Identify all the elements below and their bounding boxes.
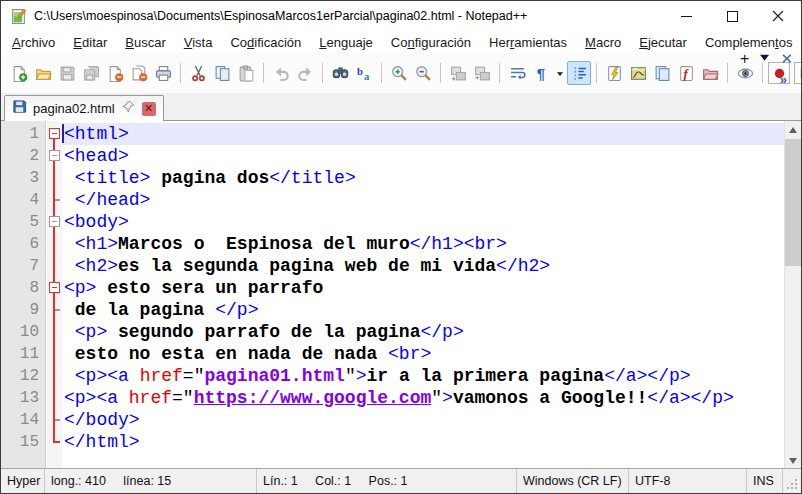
- cut-icon[interactable]: [186, 61, 210, 85]
- code-line-12: 12 <p><a href="pagina01.html">ir a la pr…: [1, 365, 784, 387]
- maximize-button[interactable]: [709, 1, 755, 31]
- close-tab-icon[interactable]: ✕: [142, 102, 156, 116]
- line-number: 7: [1, 257, 39, 275]
- scroll-down-arrow-icon[interactable]: [789, 458, 797, 464]
- paste-icon[interactable]: [234, 61, 258, 85]
- document-list-icon[interactable]: [650, 61, 674, 85]
- menu-editar[interactable]: Editar: [64, 33, 116, 52]
- zoom-out-icon[interactable]: [411, 61, 435, 85]
- line-number: 15: [1, 433, 39, 451]
- line-number: 13: [1, 389, 39, 407]
- find-icon[interactable]: [328, 61, 352, 85]
- scrollbar-thumb[interactable]: [785, 139, 801, 266]
- sync-scroll-vertical-icon[interactable]: [446, 61, 470, 85]
- menu-macro[interactable]: Macro: [576, 33, 630, 52]
- saved-floppy-icon: [12, 99, 27, 118]
- macro-stop-icon[interactable]: [794, 62, 802, 84]
- scroll-up-arrow-icon[interactable]: [789, 127, 797, 133]
- line-number: 5: [1, 213, 39, 231]
- menu-ejecutar[interactable]: Ejecutar: [630, 33, 696, 52]
- status-length: long.: 410 línea: 15: [45, 469, 257, 493]
- line-number: 4: [1, 191, 39, 209]
- close-button[interactable]: [755, 1, 801, 31]
- tab-label: pagina02.html: [33, 101, 115, 116]
- user-defined-dialog-icon[interactable]: [602, 61, 626, 85]
- line-number: 9: [1, 301, 39, 319]
- pin-tab-icon[interactable]: [121, 99, 136, 118]
- code-line-6: 6 <h1>Marcos o Espinosa del muro</h1><br…: [1, 233, 784, 255]
- text-caret: [62, 124, 64, 143]
- line-number: 14: [1, 411, 39, 429]
- code-text: <p><a href="https://www.google.com">vamo…: [64, 388, 734, 409]
- menu-archivo[interactable]: Archivo: [3, 33, 64, 52]
- menu-codificacin[interactable]: Codificación: [221, 33, 310, 52]
- code-text: </head>: [64, 190, 150, 211]
- line-number: 6: [1, 235, 39, 253]
- tab-bar: pagina02.html ✕: [1, 93, 801, 121]
- code-editor[interactable]: 1<html>2<head>3 <title> pagina dos</titl…: [1, 121, 801, 470]
- menu-configuracin[interactable]: Configuración: [382, 33, 480, 52]
- code-line-15: 15</html>: [1, 431, 784, 453]
- line-number: 3: [1, 169, 39, 187]
- resize-grip[interactable]: [783, 469, 801, 493]
- tab-list-button[interactable]: [758, 51, 771, 67]
- close-all-icon[interactable]: [127, 61, 151, 85]
- close-file-icon[interactable]: [103, 61, 127, 85]
- zoom-in-icon[interactable]: [387, 61, 411, 85]
- status-encoding: UTF-8: [629, 469, 747, 493]
- code-text: esto no esta en nada de nada <br>: [64, 344, 431, 365]
- line-number: 11: [1, 345, 39, 363]
- function-list-icon[interactable]: f: [674, 61, 698, 85]
- svg-text:b: b: [357, 65, 363, 76]
- minimize-button[interactable]: [663, 1, 709, 31]
- toolbar-separator: [322, 63, 323, 83]
- toolbar-overflow-chevron-icon[interactable]: »: [780, 72, 787, 87]
- replace-icon[interactable]: ba: [352, 61, 376, 85]
- window-title: C:\Users\moespinosa\Documents\EspinosaMa…: [34, 9, 663, 23]
- sync-scroll-horizontal-icon[interactable]: [470, 61, 494, 85]
- tab-pagina02[interactable]: pagina02.html ✕: [4, 95, 164, 121]
- svg-text:¶: ¶: [536, 65, 544, 81]
- status-bar: Hyperlong.: 410 línea: 15Lín.: 1 Col.: 1…: [1, 468, 801, 493]
- toolbar-separator: [440, 63, 441, 83]
- code-line-10: 10 <p> segundo parrafo de la pagina</p>: [1, 321, 784, 343]
- toolbar-separator: [263, 63, 264, 83]
- new-tab-button[interactable]: +: [740, 51, 749, 67]
- word-wrap-icon[interactable]: [505, 61, 529, 85]
- folder-as-workspace-icon[interactable]: [698, 61, 722, 85]
- status-eol: Windows (CR LF): [517, 469, 629, 493]
- menu-herramientas[interactable]: Herramientas: [480, 33, 576, 52]
- code-text: <head>: [64, 146, 129, 167]
- document-map-icon[interactable]: [626, 61, 650, 85]
- new-file-icon[interactable]: [7, 61, 31, 85]
- print-icon[interactable]: [151, 61, 175, 85]
- vertical-scrollbar[interactable]: [784, 121, 801, 470]
- fold-collapse-icon[interactable]: [49, 282, 60, 293]
- menu-vista[interactable]: Vista: [175, 33, 222, 52]
- redo-icon[interactable]: [293, 61, 317, 85]
- save-file-icon[interactable]: [55, 61, 79, 85]
- open-file-icon[interactable]: [31, 61, 55, 85]
- menu-lenguaje[interactable]: Lenguaje: [310, 33, 382, 52]
- code-line-5: 5<body>: [1, 211, 784, 233]
- menu-complementos[interactable]: Complementos: [696, 33, 801, 52]
- code-line-11: 11 esto no esta en nada de nada <br>: [1, 343, 784, 365]
- menu-buscar[interactable]: Buscar: [116, 33, 174, 52]
- status-cursor: Lín.: 1 Col.: 1 Pos.: 1: [257, 469, 517, 493]
- notepad-window: C:\Users\moespinosa\Documents\EspinosaMa…: [0, 0, 802, 494]
- fold-collapse-icon[interactable]: [49, 128, 60, 139]
- indent-guide-icon[interactable]: [567, 61, 591, 85]
- fold-collapse-icon[interactable]: [49, 216, 60, 227]
- code-text: <p> esto sera un parrafo: [64, 278, 323, 299]
- code-line-1: 1<html>: [1, 123, 784, 145]
- show-all-characters-icon[interactable]: ¶: [529, 61, 553, 85]
- line-number: 1: [1, 125, 39, 143]
- close-tab-corner-button[interactable]: ✕: [780, 51, 793, 67]
- fold-collapse-icon[interactable]: [49, 150, 60, 161]
- save-all-icon[interactable]: [79, 61, 103, 85]
- status-doctype: Hyper: [1, 469, 45, 493]
- fold-end-tick: [55, 309, 60, 311]
- show-symbol-dropdown-icon[interactable]: [553, 61, 567, 85]
- undo-icon[interactable]: [269, 61, 293, 85]
- copy-icon[interactable]: [210, 61, 234, 85]
